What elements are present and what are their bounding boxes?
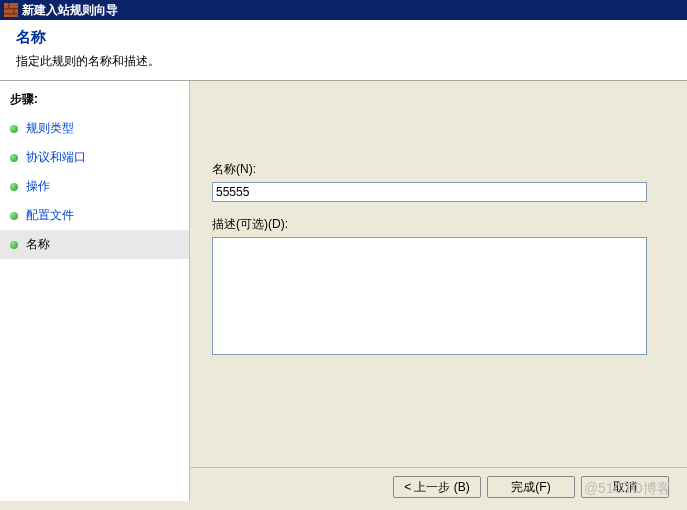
- description-textarea[interactable]: [212, 237, 647, 355]
- step-protocol-port[interactable]: 协议和端口: [0, 143, 189, 172]
- bullet-icon: [10, 154, 18, 162]
- svg-rect-4: [13, 8, 15, 13]
- steps-heading: 步骤:: [0, 87, 189, 114]
- steps-sidebar: 步骤: 规则类型 协议和端口 操作 配置文件 名称: [0, 81, 190, 501]
- back-button[interactable]: < 上一步 (B): [393, 476, 481, 498]
- wizard-content: 名称(N): 描述(可选)(D):: [190, 81, 687, 501]
- step-rule-type[interactable]: 规则类型: [0, 114, 189, 143]
- titlebar-text: 新建入站规则向导: [22, 2, 118, 19]
- cancel-button[interactable]: 取消: [581, 476, 669, 498]
- step-label: 规则类型: [26, 120, 74, 137]
- svg-rect-1: [4, 8, 18, 10]
- bullet-icon: [10, 183, 18, 191]
- bullet-icon: [10, 212, 18, 220]
- titlebar: 新建入站规则向导: [0, 0, 687, 20]
- step-action[interactable]: 操作: [0, 172, 189, 201]
- step-label: 操作: [26, 178, 50, 195]
- firewall-icon: [4, 3, 18, 17]
- bullet-icon: [10, 241, 18, 249]
- step-label: 配置文件: [26, 207, 74, 224]
- name-label: 名称(N):: [212, 161, 665, 178]
- wizard-footer: < 上一步 (B) 完成(F) 取消: [190, 467, 687, 510]
- svg-rect-0: [4, 3, 18, 17]
- svg-rect-2: [4, 13, 18, 15]
- name-input[interactable]: [212, 182, 647, 202]
- svg-rect-3: [8, 3, 10, 8]
- bullet-icon: [10, 125, 18, 133]
- step-label: 名称: [26, 236, 50, 253]
- wizard-body: 步骤: 规则类型 协议和端口 操作 配置文件 名称 名称(N): 描述(可选)(…: [0, 81, 687, 501]
- wizard-header: 名称 指定此规则的名称和描述。: [0, 20, 687, 81]
- description-label: 描述(可选)(D):: [212, 216, 665, 233]
- finish-button[interactable]: 完成(F): [487, 476, 575, 498]
- step-label: 协议和端口: [26, 149, 86, 166]
- page-title: 名称: [16, 28, 671, 47]
- page-description: 指定此规则的名称和描述。: [16, 53, 671, 70]
- step-name[interactable]: 名称: [0, 230, 189, 259]
- step-profile[interactable]: 配置文件: [0, 201, 189, 230]
